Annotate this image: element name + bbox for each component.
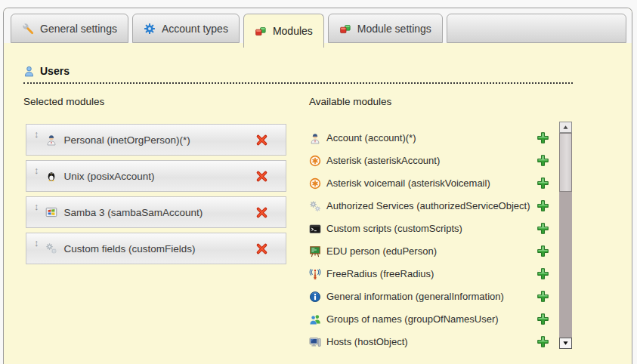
available-module-row: Groups of names (groupOfNamesUser) [309, 312, 555, 326]
delete-icon [255, 134, 268, 147]
plus-icon [537, 177, 549, 190]
module-label: Asterisk (asteriskAccount) [326, 155, 440, 166]
drag-handle-icon[interactable]: ↕ [34, 238, 39, 248]
add-module-button[interactable] [537, 313, 555, 325]
add-module-button[interactable] [537, 335, 555, 348]
remove-module-button[interactable] [255, 170, 275, 183]
plus-icon [537, 131, 549, 144]
module-label: FreeRadius (freeRadius) [326, 268, 434, 279]
available-module-row: EDU person (eduPerson) [309, 244, 555, 258]
plus-icon [537, 267, 549, 280]
scrollbar-track[interactable] [559, 192, 572, 338]
available-module-row: Custom scripts (customScripts) [309, 221, 555, 236]
available-module-row: Authorized Services (authorizedServiceOb… [309, 199, 555, 213]
available-modules-scrollbar[interactable] [559, 122, 572, 349]
available-module-row: Hosts (hostObject) [309, 335, 555, 349]
add-module-button[interactable] [537, 199, 555, 212]
available-module-row: FreeRadius (freeRadius) [309, 267, 555, 281]
drag-handle-icon[interactable]: ↕ [34, 165, 39, 175]
plus-icon [537, 245, 549, 258]
add-module-button[interactable] [537, 245, 555, 258]
group-icon [309, 313, 321, 325]
tab-general-settings[interactable]: General settings [11, 14, 128, 43]
plus-icon [537, 313, 549, 325]
personal-icon [309, 132, 321, 144]
tab-bar-filler [447, 14, 626, 43]
remove-module-button[interactable] [255, 242, 275, 255]
available-modules-list: Account (account)(*)Asterisk (asteriskAc… [309, 131, 555, 349]
available-module-row: Asterisk voicemail (asteriskVoicemail) [309, 176, 555, 190]
wrench-icon [22, 23, 34, 35]
delete-icon [255, 206, 268, 219]
delete-icon [255, 170, 268, 183]
asterisk-icon [309, 155, 321, 167]
tab-label: Modules [273, 25, 313, 37]
scroll-down-button[interactable] [559, 338, 572, 349]
user-icon [23, 66, 35, 77]
plus-icon [537, 199, 549, 212]
module-label: Asterisk voicemail (asteriskVoicemail) [326, 177, 490, 189]
chalkboard-icon [309, 245, 321, 258]
module-label: General information (generalInformation) [326, 291, 504, 302]
module-label: Samba 3 (sambaSamAccount) [64, 207, 203, 218]
config-window: General settingsAccount typesModulesModu… [3, 8, 632, 364]
windows-icon [45, 206, 57, 218]
tab-label: Module settings [357, 23, 431, 35]
antenna-icon [309, 268, 321, 280]
selected-module-row[interactable]: ↕Custom fields (customFields) [26, 233, 286, 264]
scrollbar-thumb[interactable] [559, 133, 572, 192]
module-label: Unix (posixAccount) [64, 171, 155, 182]
plus-icon [537, 335, 549, 348]
tab-account-types[interactable]: Account types [132, 14, 240, 43]
plus-icon [537, 222, 549, 235]
computer-icon [309, 336, 321, 348]
module-label: Personal (inetOrgPerson)(*) [64, 134, 190, 146]
info-icon [309, 291, 321, 303]
scroll-up-button[interactable] [559, 122, 572, 133]
tux-icon [45, 170, 57, 182]
modules-icon [255, 25, 267, 37]
selected-modules-title: Selected modules [23, 96, 309, 107]
module-label: Custom fields (customFields) [64, 243, 196, 254]
add-module-button[interactable] [537, 177, 555, 190]
module-label: Custom scripts (customScripts) [326, 223, 462, 234]
remove-module-button[interactable] [255, 206, 275, 219]
add-module-button[interactable] [537, 222, 555, 235]
modules-tab-content: Users Selected modules ↕Personal (inetOr… [4, 43, 632, 357]
tab-bar: General settingsAccount typesModulesModu… [4, 8, 632, 43]
terminal-icon [309, 223, 321, 235]
remove-module-button[interactable] [255, 134, 275, 147]
module-label: Hosts (hostObject) [326, 336, 408, 347]
modules-icon [339, 23, 351, 35]
add-module-button[interactable] [537, 131, 555, 144]
module-label: Groups of names (groupOfNamesUser) [326, 313, 499, 325]
gears-icon [309, 200, 321, 212]
module-label: Account (account)(*) [326, 132, 416, 143]
add-module-button[interactable] [537, 267, 555, 280]
drag-handle-icon[interactable]: ↕ [34, 202, 39, 211]
module-columns: Selected modules ↕Personal (inetOrgPerso… [23, 96, 632, 357]
tab-label: Account types [162, 23, 228, 35]
add-module-button[interactable] [537, 154, 555, 167]
selected-module-row[interactable]: ↕Unix (posixAccount) [26, 160, 286, 192]
tab-module-settings[interactable]: Module settings [328, 14, 443, 43]
delete-icon [255, 242, 268, 255]
module-label: EDU person (eduPerson) [326, 245, 437, 257]
tab-modules[interactable]: Modules [243, 14, 324, 48]
drag-handle-icon[interactable]: ↕ [34, 129, 39, 139]
selected-modules-column: Selected modules ↕Personal (inetOrgPerso… [23, 96, 309, 357]
available-modules-column: Available modules Account (account)(*)As… [309, 96, 632, 357]
available-module-row: General information (generalInformation) [309, 289, 555, 304]
selected-modules-list: ↕Personal (inetOrgPerson)(*)↕Unix (posix… [26, 124, 309, 264]
tab-label: General settings [40, 23, 117, 35]
add-module-button[interactable] [537, 290, 555, 303]
plus-icon [537, 290, 549, 303]
available-module-row: Account (account)(*) [309, 131, 555, 145]
personal-icon [45, 134, 57, 146]
selected-module-row[interactable]: ↕Samba 3 (sambaSamAccount) [26, 196, 286, 228]
available-modules-title: Available modules [309, 96, 632, 107]
selected-module-row[interactable]: ↕Personal (inetOrgPerson)(*) [26, 124, 286, 156]
module-label: Authorized Services (authorizedServiceOb… [326, 200, 530, 211]
plus-icon [537, 154, 549, 167]
section-title: Users [40, 65, 70, 77]
